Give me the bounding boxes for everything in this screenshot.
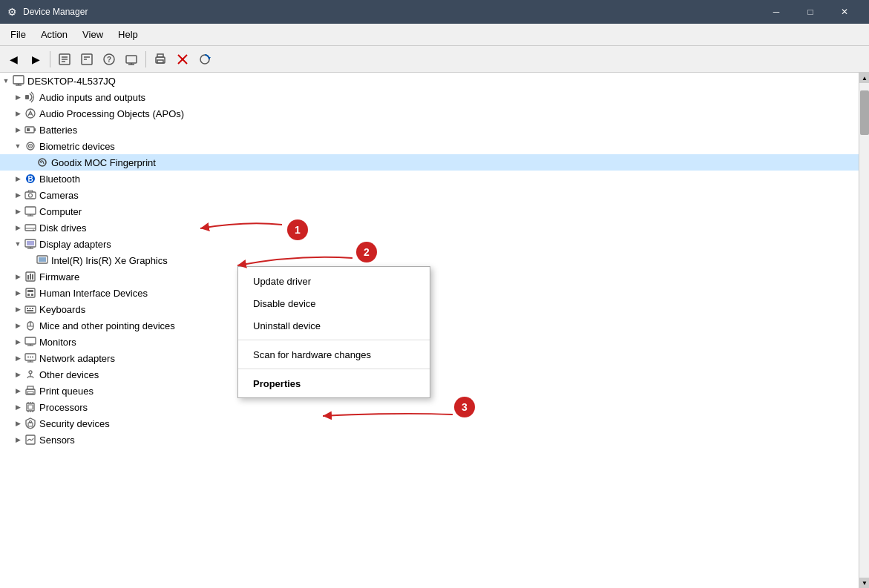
svg-point-73: [29, 371, 32, 374]
intel-icon: [36, 254, 49, 267]
apo-expand-icon[interactable]: ▶: [12, 105, 24, 122]
toolbar-print[interactable]: [150, 49, 171, 70]
hid-icon: [24, 286, 37, 300]
cameras-expand-icon[interactable]: ▶: [12, 187, 24, 203]
scroll-thumb[interactable]: [860, 90, 869, 135]
svg-point-41: [33, 230, 34, 231]
svg-rect-80: [27, 392, 33, 394]
keyboards-icon: [24, 303, 37, 316]
tree-item-apo[interactable]: ▶ Audio Processing Objects (APOs): [0, 105, 859, 122]
svg-rect-79: [27, 386, 33, 389]
monitors-expand-icon[interactable]: ▶: [12, 334, 24, 350]
firmware-label: Firmware: [39, 271, 79, 283]
tree-item-bluetooth[interactable]: ▶ B Bluetooth: [0, 171, 859, 187]
biometric-expand-icon[interactable]: ▼: [12, 138, 24, 154]
maximize-button[interactable]: □: [793, 0, 827, 24]
apo-label: Audio Processing Objects (APOs): [39, 108, 184, 119]
toolbar-uninstall[interactable]: [172, 49, 193, 70]
window-controls: ─ □ ✕: [759, 0, 862, 24]
tree-item-diskdrives[interactable]: ▶ Disk drives: [0, 219, 859, 236]
batteries-icon: [24, 123, 37, 136]
ctx-disable-device[interactable]: Disable device: [238, 292, 430, 314]
svg-rect-82: [28, 405, 33, 409]
batteries-expand-icon[interactable]: ▶: [12, 122, 24, 138]
svg-rect-59: [32, 308, 33, 309]
svg-rect-51: [32, 274, 33, 280]
hid-expand-icon[interactable]: ▶: [12, 285, 24, 301]
print-label: Print queues: [39, 386, 94, 397]
diskdrives-label: Disk drives: [39, 222, 87, 234]
toolbar: ◀ ▶ ?: [0, 46, 869, 73]
tree-item-security[interactable]: ▶ Security devices: [0, 415, 859, 432]
tree-item-biometric[interactable]: ▼ Biometric devices: [0, 138, 859, 154]
toolbar-scan[interactable]: [194, 49, 215, 70]
scroll-down-btn[interactable]: ▼: [859, 578, 869, 588]
firmware-expand-icon[interactable]: ▶: [12, 268, 24, 285]
tree-item-sensors[interactable]: ▶ Sensors: [0, 432, 859, 448]
sensors-icon: [24, 433, 37, 446]
svg-rect-13: [157, 54, 163, 57]
tree-item-audio[interactable]: ▶ Audio inputs and outputs: [0, 89, 859, 105]
tree-item-processors[interactable]: ▶ Processors: [0, 399, 859, 415]
computer-device-icon: [24, 205, 37, 218]
menu-view[interactable]: View: [75, 26, 111, 43]
monitors-icon: [24, 335, 37, 348]
svg-marker-18: [208, 57, 211, 59]
root-expand-icon[interactable]: ▼: [0, 73, 12, 89]
svg-rect-34: [25, 192, 36, 199]
toolbar-forward[interactable]: ▶: [25, 49, 46, 70]
diskdrives-expand-icon[interactable]: ▶: [12, 219, 24, 236]
ctx-scan-hardware[interactable]: Scan for hardware changes: [238, 343, 430, 366]
display-expand-icon[interactable]: ▼: [12, 236, 24, 252]
svg-point-70: [27, 357, 29, 358]
scroll-track[interactable]: [859, 83, 869, 578]
menu-help[interactable]: Help: [111, 26, 145, 43]
display-label: Display adapters: [39, 239, 111, 250]
svg-rect-45: [27, 241, 34, 245]
security-expand-icon[interactable]: ▶: [12, 415, 24, 432]
audio-expand-icon[interactable]: ▶: [12, 89, 24, 105]
app-icon: ⚙: [7, 6, 17, 18]
menu-action[interactable]: Action: [33, 26, 75, 43]
close-button[interactable]: ✕: [827, 0, 862, 24]
other-expand-icon[interactable]: ▶: [12, 366, 24, 383]
minimize-button[interactable]: ─: [759, 0, 793, 24]
tree-item-cameras[interactable]: ▶ Cameras: [0, 187, 859, 203]
svg-rect-14: [157, 60, 163, 63]
svg-rect-58: [30, 308, 31, 309]
svg-rect-50: [30, 274, 31, 280]
ctx-properties[interactable]: Properties: [238, 372, 430, 394]
tree-root[interactable]: ▼ DESKTOP-4L537JQ: [0, 73, 859, 89]
menu-file[interactable]: File: [3, 26, 33, 43]
main-area: ▼ DESKTOP-4L537JQ ▶ Audio inputs and out…: [0, 73, 869, 588]
cameras-icon: [24, 188, 37, 202]
print-expand-icon[interactable]: ▶: [12, 383, 24, 399]
processors-expand-icon[interactable]: ▶: [12, 399, 24, 415]
keyboards-expand-icon[interactable]: ▶: [12, 301, 24, 317]
tree-item-display[interactable]: ▼ Display adapters: [0, 236, 859, 252]
tree-item-fingerprint[interactable]: ▶ Goodix MOC Fingerprint: [0, 154, 859, 171]
computer-expand-icon[interactable]: ▶: [12, 203, 24, 219]
scroll-up-btn[interactable]: ▲: [859, 73, 869, 83]
bluetooth-expand-icon[interactable]: ▶: [12, 171, 24, 187]
scrollbar[interactable]: ▲ ▼: [859, 73, 869, 588]
svg-line-76: [27, 377, 28, 378]
ctx-update-driver[interactable]: Update driver: [238, 270, 430, 292]
svg-rect-39: [25, 225, 36, 231]
mice-expand-icon[interactable]: ▶: [12, 317, 24, 334]
toolbar-device-mgr[interactable]: [121, 49, 142, 70]
context-menu: Update driver Disable device Uninstall d…: [237, 266, 430, 398]
svg-rect-55: [31, 294, 33, 296]
toolbar-properties[interactable]: [54, 49, 75, 70]
tree-item-computer[interactable]: ▶ Computer: [0, 203, 859, 219]
fingerprint-label: Goodix MOC Fingerprint: [51, 157, 156, 168]
svg-rect-47: [39, 257, 46, 262]
network-label: Network adapters: [39, 353, 115, 364]
sensors-expand-icon[interactable]: ▶: [12, 432, 24, 448]
toolbar-back[interactable]: ◀: [3, 49, 24, 70]
tree-item-batteries[interactable]: ▶ Batteries: [0, 122, 859, 138]
toolbar-update-driver[interactable]: [76, 49, 97, 70]
toolbar-help[interactable]: ?: [99, 49, 119, 70]
ctx-uninstall-device[interactable]: Uninstall device: [238, 314, 430, 337]
network-expand-icon[interactable]: ▶: [12, 350, 24, 366]
